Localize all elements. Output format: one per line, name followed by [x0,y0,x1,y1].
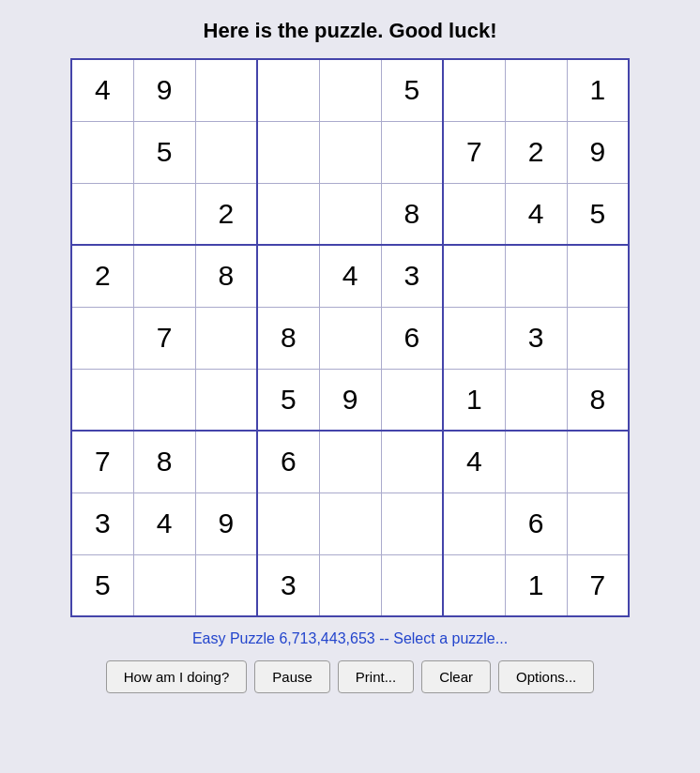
cell-8-6[interactable] [443,554,505,616]
cell-6-4[interactable] [319,431,381,493]
cell-4-6[interactable] [443,307,505,369]
page-title: Here is the puzzle. Good luck! [204,19,497,43]
cell-0-0[interactable]: 4 [71,59,133,121]
options-button[interactable]: Options... [498,660,594,693]
cell-3-7[interactable] [505,245,567,307]
cell-8-5[interactable] [381,554,443,616]
cell-8-7[interactable]: 1 [505,554,567,616]
cell-6-8[interactable] [567,431,629,493]
cell-5-5[interactable] [381,369,443,431]
cell-2-8[interactable]: 5 [567,183,629,245]
cell-2-3[interactable] [257,183,319,245]
cell-0-4[interactable] [319,59,381,121]
cell-4-2[interactable] [195,307,257,369]
cell-1-3[interactable] [257,121,319,183]
cell-7-7[interactable]: 6 [505,493,567,554]
cell-2-7[interactable]: 4 [505,183,567,245]
cell-1-1[interactable]: 5 [133,121,195,183]
clear-button[interactable]: Clear [421,660,491,693]
cell-0-7[interactable] [505,59,567,121]
cell-8-1[interactable] [133,554,195,616]
how-am-i-doing-button[interactable]: How am I doing? [106,660,248,693]
cell-5-7[interactable] [505,369,567,431]
cell-2-6[interactable] [443,183,505,245]
cell-7-5[interactable] [381,493,443,554]
sudoku-grid: 495157292845284378635918786434965317 [70,58,630,617]
cell-8-3[interactable]: 3 [257,554,319,616]
cell-2-0[interactable] [71,183,133,245]
cell-2-4[interactable] [319,183,381,245]
cell-4-0[interactable] [71,307,133,369]
cell-7-1[interactable]: 4 [133,493,195,554]
cell-0-2[interactable] [195,59,257,121]
cell-7-2[interactable]: 9 [195,493,257,554]
cell-4-4[interactable] [319,307,381,369]
print-button[interactable]: Print... [338,660,414,693]
cell-2-1[interactable] [133,183,195,245]
cell-6-7[interactable] [505,431,567,493]
cell-6-6[interactable]: 4 [443,431,505,493]
cell-1-0[interactable] [71,121,133,183]
cell-4-1[interactable]: 7 [133,307,195,369]
cell-3-2[interactable]: 8 [195,245,257,307]
cell-3-8[interactable] [567,245,629,307]
cell-5-0[interactable] [71,369,133,431]
puzzle-link[interactable]: Easy Puzzle 6,713,443,653 -- Select a pu… [192,630,508,647]
cell-6-5[interactable] [381,431,443,493]
cell-0-6[interactable] [443,59,505,121]
cell-8-2[interactable] [195,554,257,616]
cell-0-8[interactable]: 1 [567,59,629,121]
cell-1-6[interactable]: 7 [443,121,505,183]
cell-7-6[interactable] [443,493,505,554]
cell-5-3[interactable]: 5 [257,369,319,431]
cell-5-2[interactable] [195,369,257,431]
cell-4-3[interactable]: 8 [257,307,319,369]
cell-0-1[interactable]: 9 [133,59,195,121]
cell-3-6[interactable] [443,245,505,307]
cell-4-8[interactable] [567,307,629,369]
cell-1-7[interactable]: 2 [505,121,567,183]
cell-3-3[interactable] [257,245,319,307]
cell-7-4[interactable] [319,493,381,554]
cell-4-5[interactable]: 6 [381,307,443,369]
cell-0-5[interactable]: 5 [381,59,443,121]
cell-1-2[interactable] [195,121,257,183]
cell-0-3[interactable] [257,59,319,121]
cell-1-4[interactable] [319,121,381,183]
puzzle-link-anchor[interactable]: Easy Puzzle 6,713,443,653 -- Select a pu… [192,630,508,646]
cell-7-0[interactable]: 3 [71,493,133,554]
cell-6-2[interactable] [195,431,257,493]
cell-3-5[interactable]: 3 [381,245,443,307]
cell-5-6[interactable]: 1 [443,369,505,431]
cell-2-5[interactable]: 8 [381,183,443,245]
cell-2-2[interactable]: 2 [195,183,257,245]
cell-7-3[interactable] [257,493,319,554]
buttons-bar: How am I doing?PausePrint...ClearOptions… [106,660,595,693]
cell-8-0[interactable]: 5 [71,554,133,616]
cell-6-1[interactable]: 8 [133,431,195,493]
cell-8-4[interactable] [319,554,381,616]
cell-4-7[interactable]: 3 [505,307,567,369]
cell-8-8[interactable]: 7 [567,554,629,616]
cell-5-4[interactable]: 9 [319,369,381,431]
pause-button[interactable]: Pause [254,660,330,693]
cell-3-0[interactable]: 2 [71,245,133,307]
cell-7-8[interactable] [567,493,629,554]
cell-1-8[interactable]: 9 [567,121,629,183]
cell-3-4[interactable]: 4 [319,245,381,307]
cell-6-0[interactable]: 7 [71,431,133,493]
cell-1-5[interactable] [381,121,443,183]
cell-3-1[interactable] [133,245,195,307]
cell-5-1[interactable] [133,369,195,431]
cell-5-8[interactable]: 8 [567,369,629,431]
cell-6-3[interactable]: 6 [257,431,319,493]
